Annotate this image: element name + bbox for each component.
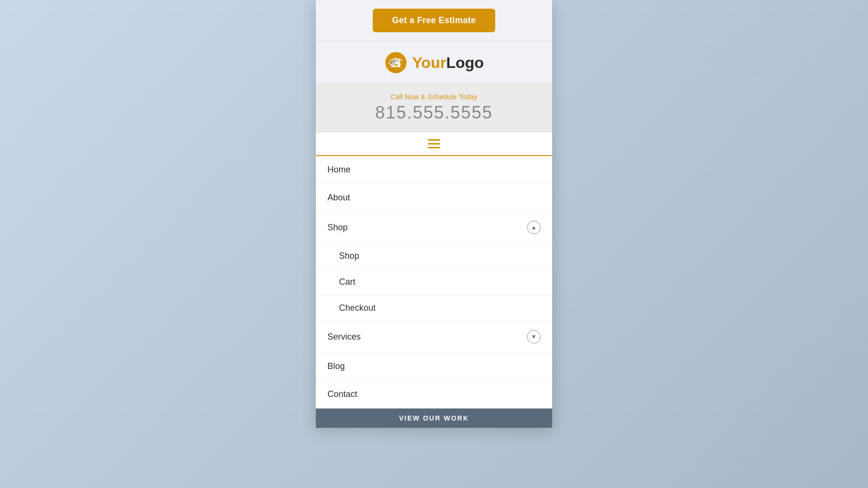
nav-item-blog[interactable]: Blog	[316, 353, 552, 381]
view-our-work-label: VIEW OUR WORK	[399, 414, 469, 422]
logo-area: YourLogo	[316, 41, 552, 84]
nav-item-checkout[interactable]: Checkout	[316, 295, 552, 321]
nav-item-about-label: About	[327, 193, 350, 203]
hamburger-icon[interactable]	[428, 139, 440, 148]
header-cta-bar: Get a Free Estimate	[316, 0, 552, 41]
nav-item-shop[interactable]: Shop ▲	[316, 212, 552, 243]
hamburger-line-2	[428, 143, 440, 145]
logo-text-dark: Logo	[446, 54, 484, 71]
nav-item-cart-label: Cart	[339, 277, 355, 287]
get-estimate-button[interactable]: Get a Free Estimate	[373, 9, 495, 32]
logo-text: YourLogo	[412, 54, 484, 72]
nav-item-home-label: Home	[327, 165, 351, 175]
nav-item-shop-sub[interactable]: Shop	[316, 243, 552, 269]
phone-area: Call Now & Schedule Today 815.555.5555	[316, 84, 552, 132]
chevron-up-icon: ▲	[527, 221, 541, 234]
phone-number[interactable]: 815.555.5555	[375, 103, 493, 123]
nav-item-shop-sub-label: Shop	[339, 251, 359, 261]
nav-item-contact[interactable]: Contact	[316, 381, 552, 409]
nav-item-home[interactable]: Home	[316, 156, 552, 184]
nav-item-cart[interactable]: Cart	[316, 269, 552, 295]
phone-label: Call Now & Schedule Today	[391, 93, 477, 101]
nav-item-contact-label: Contact	[327, 389, 357, 399]
nav-menu: Home About Shop ▲ Shop Cart Checkout	[316, 156, 552, 428]
mobile-container: Get a Free Estimate YourLogo	[316, 0, 552, 428]
page-wrapper: Get a Free Estimate YourLogo	[0, 0, 868, 488]
chevron-down-icon: ▼	[527, 330, 541, 343]
logo-wrapper: YourLogo	[384, 51, 484, 74]
nav-item-about[interactable]: About	[316, 184, 552, 212]
logo-text-colored: Your	[412, 54, 447, 71]
hamburger-line-3	[428, 147, 440, 148]
logo-icon	[384, 51, 407, 74]
menu-bar[interactable]	[316, 132, 552, 156]
hamburger-line-1	[428, 139, 440, 141]
nav-item-checkout-label: Checkout	[339, 303, 376, 313]
nav-item-services[interactable]: Services ▼	[316, 321, 552, 353]
nav-item-blog-label: Blog	[327, 361, 345, 371]
nav-item-shop-label: Shop	[327, 223, 348, 233]
view-our-work-bar[interactable]: VIEW OUR WORK	[316, 409, 552, 428]
nav-item-services-label: Services	[327, 332, 361, 342]
